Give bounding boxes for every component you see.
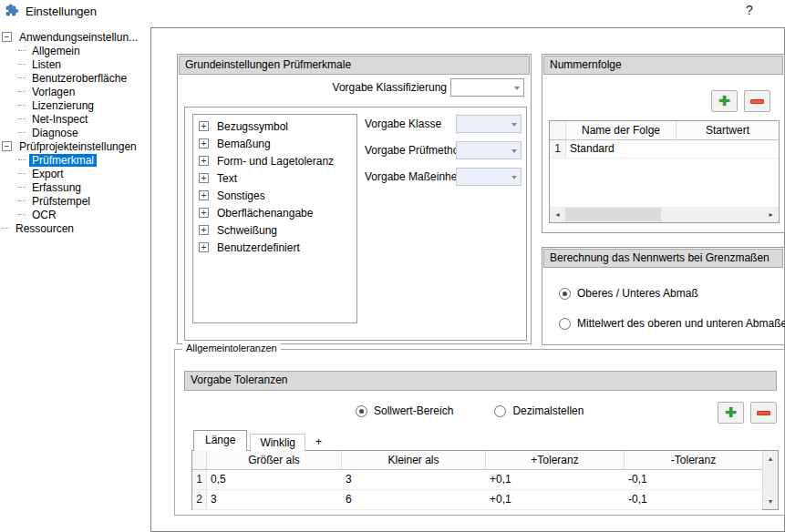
scroll-up-icon[interactable]: ▴ xyxy=(763,451,778,466)
table-cell[interactable]: +0,1 xyxy=(486,470,625,489)
column-header[interactable]: Kleiner als xyxy=(342,451,486,469)
radio-selected-icon[interactable] xyxy=(559,288,571,300)
vorgabe-toleranzen-header: Vorgabe Toleranzen xyxy=(184,371,777,391)
nav-tree-item[interactable]: Prüfstempel xyxy=(0,194,150,208)
nav-tree-item[interactable]: −Anwendungseinstellun... xyxy=(0,30,150,44)
nav-tree-item[interactable]: Erfassung xyxy=(0,180,150,194)
toleranz-tab[interactable]: Länge xyxy=(193,430,247,451)
pruefmethode-dropdown[interactable] xyxy=(456,141,522,159)
table-cell[interactable]: 6 xyxy=(342,490,486,509)
tree-branch-line xyxy=(18,132,26,133)
column-header[interactable]: -Toleranz xyxy=(625,451,762,469)
nav-tree-item[interactable]: Net-Inspect xyxy=(0,112,150,126)
nav-tree-item[interactable]: Vorlagen xyxy=(0,85,150,98)
category-tree-item[interactable]: +Benutzerdefiniert xyxy=(193,239,356,256)
nav-tree-item[interactable]: Lizenzierung xyxy=(0,98,150,112)
nav-tree-item[interactable]: Export xyxy=(0,167,150,180)
corner-cell xyxy=(550,121,566,139)
scrollbar-thumb[interactable] xyxy=(565,208,661,221)
help-button[interactable]: ? xyxy=(740,3,759,19)
category-tree-item[interactable]: +Schweißung xyxy=(193,221,356,239)
radio-option[interactable]: Sollwert-Bereich xyxy=(356,404,453,417)
nav-tree-item[interactable]: −Prüfprojekteinstellungen xyxy=(0,139,150,153)
klasse-dropdown[interactable] xyxy=(456,115,522,133)
vertical-scrollbar[interactable]: ▴ ▾ xyxy=(762,451,778,509)
table-row[interactable]: 1Standard xyxy=(550,140,779,159)
horizontal-scrollbar[interactable]: ◂ ▸ xyxy=(550,207,779,222)
plus-icon: ✚ xyxy=(725,404,737,420)
column-header[interactable]: Größer als xyxy=(207,451,342,469)
table-cell[interactable]: Standard xyxy=(566,140,677,158)
category-tree-item[interactable]: +Text xyxy=(193,169,356,187)
table-row[interactable]: 236+0,1-0,1 xyxy=(192,490,762,510)
expand-icon[interactable]: + xyxy=(199,242,209,252)
expand-icon[interactable]: + xyxy=(199,173,209,183)
expand-icon[interactable]: + xyxy=(199,138,209,148)
nav-tree-item[interactable]: Allgemein xyxy=(0,44,150,57)
remove-button[interactable] xyxy=(744,90,770,112)
radio-option[interactable]: Mittelwert des oberen und unteren Abmaße… xyxy=(559,317,785,330)
nav-tree-item-label: Vorlagen xyxy=(29,86,77,98)
table-cell[interactable]: -0,1 xyxy=(625,470,762,489)
nav-tree-item[interactable]: OCR xyxy=(0,208,150,221)
klassifizierung-dropdown[interactable] xyxy=(450,78,524,97)
nav-tree-item-label: Lizenzierung xyxy=(29,99,97,112)
table-cell[interactable]: +0,1 xyxy=(486,490,625,509)
expand-icon[interactable]: + xyxy=(199,208,209,218)
nav-tree-item[interactable]: Benutzeroberfläche xyxy=(0,71,150,85)
radio-option[interactable]: Oberes / Unteres Abmaß xyxy=(559,287,785,300)
category-tree-item[interactable]: +Bemaßung xyxy=(193,135,356,152)
radio-label: Dezimalstellen xyxy=(512,404,584,417)
table-cell[interactable]: 0,5 xyxy=(207,470,342,489)
toleranz-tabs: LängeWinklig+ xyxy=(193,430,329,451)
nav-tree-item[interactable]: Listen xyxy=(0,57,150,71)
column-header[interactable]: +Toleranz xyxy=(486,451,625,469)
toleranz-tab[interactable]: Winklig xyxy=(250,434,305,451)
toleranz-remove-button[interactable] xyxy=(750,402,777,424)
grundeinstellungen-header: Grundeinstellungen Prüfmerkmale xyxy=(179,56,530,75)
category-tree-item[interactable]: +Oberflächenangabe xyxy=(193,204,356,221)
expand-icon[interactable]: + xyxy=(199,225,209,235)
nav-tree-item-label: Prüfstempel xyxy=(29,195,93,208)
main-panel: Grundeinstellungen Prüfmerkmale Vorgabe … xyxy=(150,27,785,532)
category-tree-item[interactable]: +Sonstiges xyxy=(193,187,356,204)
nav-tree-item[interactable]: Prüfmerkmal xyxy=(0,153,150,167)
table-row[interactable]: 10,53+0,1-0,1 xyxy=(192,470,762,490)
masseinheit-dropdown[interactable] xyxy=(456,168,522,186)
category-tree-item[interactable]: +Bezugssymbol xyxy=(193,118,356,135)
toleranz-add-button[interactable]: ✚ xyxy=(718,402,744,424)
tree-branch-line xyxy=(18,214,26,215)
table-cell[interactable]: 3 xyxy=(207,490,342,509)
scroll-right-icon[interactable]: ▸ xyxy=(763,207,779,222)
table-header-row: Größer alsKleiner als+Toleranz-Toleranz xyxy=(192,451,762,470)
nav-tree-item[interactable]: Ressourcen xyxy=(0,221,150,235)
table-cell[interactable]: -0,1 xyxy=(625,490,762,509)
app-puzzle-icon xyxy=(5,4,20,18)
radio-unselected-icon[interactable] xyxy=(494,405,506,417)
table-cell[interactable] xyxy=(677,140,779,158)
radio-unselected-icon[interactable] xyxy=(559,318,571,330)
column-header[interactable]: Startwert xyxy=(677,121,779,139)
expand-icon[interactable]: + xyxy=(199,190,209,200)
radio-option[interactable]: Dezimalstellen xyxy=(494,404,584,417)
expand-icon[interactable]: + xyxy=(199,121,209,131)
scroll-left-icon[interactable]: ◂ xyxy=(550,207,565,222)
collapse-icon[interactable]: − xyxy=(2,141,12,151)
nav-tree-item-label: Listen xyxy=(29,58,64,71)
scrollbar-track[interactable] xyxy=(763,466,778,494)
chevron-down-icon xyxy=(511,176,517,179)
radio-selected-icon[interactable] xyxy=(356,405,367,417)
collapse-icon[interactable]: − xyxy=(2,32,12,42)
berechnung-panel: Berechnung das Nennwerts bei Grenzmaßen … xyxy=(542,247,785,345)
scroll-down-icon[interactable]: ▾ xyxy=(763,494,778,509)
tab-add[interactable]: + xyxy=(308,434,329,451)
column-header[interactable]: Name der Folge xyxy=(566,121,677,139)
add-button[interactable]: ✚ xyxy=(711,90,738,112)
nav-tree-item[interactable]: Diagnose xyxy=(0,126,150,139)
category-tree-item[interactable]: +Form- und Lagetoleranz xyxy=(193,152,356,169)
allgemeintoleranzen-legend: Allgemeintoleranzen xyxy=(182,343,281,353)
expand-icon[interactable]: + xyxy=(199,156,209,166)
radio-label: Sollwert-Bereich xyxy=(374,404,453,417)
table-cell[interactable]: 3 xyxy=(342,470,486,489)
nav-tree-item-label: Anwendungseinstellun... xyxy=(16,31,140,44)
